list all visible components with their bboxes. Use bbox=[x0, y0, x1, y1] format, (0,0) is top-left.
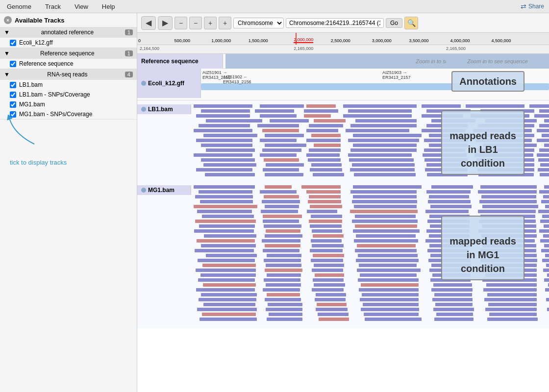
read-bar bbox=[534, 114, 549, 118]
read-bar bbox=[206, 148, 255, 152]
read-bar bbox=[196, 114, 250, 118]
read-bar bbox=[265, 144, 306, 147]
read-bar bbox=[547, 308, 549, 311]
read-bar bbox=[195, 195, 253, 198]
track-checkbox-refseq[interactable] bbox=[10, 61, 16, 67]
track-item-lb1[interactable]: LB1.bam bbox=[0, 80, 137, 90]
mg1-annotation-box: mapped reads in MG1 condition bbox=[441, 216, 524, 280]
read-bar bbox=[308, 158, 341, 162]
read-bar bbox=[486, 283, 537, 287]
read-bar bbox=[539, 190, 549, 194]
menu-help[interactable]: Help bbox=[95, 1, 122, 12]
read-bar bbox=[547, 273, 549, 277]
read-bar bbox=[310, 249, 343, 252]
location-input[interactable] bbox=[286, 18, 384, 28]
read-bar bbox=[483, 288, 537, 292]
read-bar bbox=[260, 139, 297, 142]
track-item-refseq[interactable]: Reference sequence bbox=[0, 59, 137, 69]
read-bar bbox=[304, 114, 331, 118]
read-bar bbox=[200, 273, 256, 277]
read-bar bbox=[543, 269, 549, 272]
app: Genome Track View Help ⇄ Share × Availab… bbox=[0, 0, 549, 392]
read-bar bbox=[201, 158, 255, 162]
read-bar bbox=[265, 298, 301, 301]
go-button[interactable]: Go bbox=[386, 18, 402, 28]
read-bar bbox=[355, 249, 417, 252]
read-bar bbox=[312, 269, 343, 272]
read-bar bbox=[196, 288, 255, 292]
menu-view[interactable]: View bbox=[68, 1, 95, 12]
read-bar bbox=[264, 224, 301, 228]
read-bar bbox=[433, 283, 472, 287]
back-button[interactable]: ◀ bbox=[141, 16, 156, 30]
close-panel-button[interactable]: × bbox=[4, 16, 12, 24]
panel-header: × Available Tracks bbox=[0, 13, 137, 27]
track-checkbox-lb1[interactable] bbox=[10, 82, 16, 88]
read-bar bbox=[353, 134, 422, 137]
top-ruler: 0 500,000 1,000,000 1,500,000 2,000,000 … bbox=[137, 33, 549, 45]
read-bar bbox=[432, 298, 473, 301]
read-bar bbox=[260, 114, 297, 118]
read-bar bbox=[546, 298, 549, 301]
menu-genome[interactable]: Genome bbox=[0, 1, 38, 12]
read-bar bbox=[425, 210, 469, 213]
search-button[interactable]: 🔍 bbox=[404, 17, 418, 29]
read-bar bbox=[430, 205, 472, 208]
read-bar bbox=[265, 173, 303, 176]
read-bar bbox=[197, 210, 252, 213]
read-bar bbox=[358, 278, 419, 282]
share-button[interactable]: ⇄ Share bbox=[516, 1, 549, 11]
menu-track[interactable]: Track bbox=[38, 1, 68, 12]
zoom-in2-button[interactable]: + bbox=[219, 17, 231, 29]
zoom-out2-button[interactable]: − bbox=[189, 17, 202, 29]
read-bar bbox=[262, 239, 300, 243]
read-bar bbox=[436, 313, 473, 316]
read-bar bbox=[306, 104, 336, 108]
read-bar bbox=[312, 229, 342, 233]
track-item-label-4: LB1.bam - SNPs/Coverage bbox=[19, 91, 90, 98]
read-bar bbox=[353, 195, 417, 198]
read-bar bbox=[428, 200, 471, 203]
read-bar bbox=[266, 229, 300, 233]
read-bar bbox=[312, 244, 344, 247]
gff-track: Ecoli_k12.gff AIZ51902 ← ER3413_2156 AIZ… bbox=[137, 69, 549, 100]
track-item-ecoli-gff[interactable]: Ecoli_k12.gff bbox=[0, 38, 137, 48]
track-group-rnaseq-header[interactable]: ▼ RNA-seq reads 4 bbox=[0, 69, 137, 80]
left-panel: × Available Tracks ▼ annotated reference… bbox=[0, 13, 137, 392]
read-bar bbox=[202, 264, 256, 267]
read-bar bbox=[544, 244, 549, 247]
chromosome-select[interactable]: Chromosome bbox=[233, 18, 284, 28]
track-checkbox-lb1-snps[interactable] bbox=[10, 92, 16, 98]
read-bar bbox=[426, 190, 471, 194]
menubar: Genome Track View Help ⇄ Share bbox=[0, 0, 549, 13]
read-bar bbox=[354, 239, 418, 243]
read-bar bbox=[263, 220, 299, 223]
forward-button[interactable]: ▶ bbox=[158, 16, 173, 30]
read-bar bbox=[198, 278, 255, 282]
right-panel: ◀ ▶ − − + + Chromosome bbox=[137, 13, 549, 392]
read-bar bbox=[485, 308, 537, 311]
track-group-count-2: 1 bbox=[125, 50, 133, 56]
read-bar bbox=[479, 200, 537, 203]
read-bar bbox=[264, 278, 300, 282]
annotation-arrow bbox=[5, 115, 44, 149]
track-group-annotated-header[interactable]: ▼ annotated reference 1 bbox=[0, 27, 137, 38]
read-bar bbox=[352, 220, 418, 223]
zoom-in-button[interactable]: + bbox=[204, 17, 217, 29]
read-bar bbox=[265, 269, 302, 272]
read-bar bbox=[361, 283, 419, 287]
read-bar bbox=[539, 124, 549, 127]
track-item-lb1-snps[interactable]: LB1.bam - SNPs/Coverage bbox=[0, 90, 137, 99]
read-bar bbox=[265, 185, 292, 189]
read-bar bbox=[199, 124, 250, 127]
read-bar bbox=[355, 224, 417, 228]
read-bar bbox=[316, 308, 348, 311]
read-bar bbox=[544, 224, 549, 228]
zoom-out-button[interactable]: − bbox=[175, 17, 187, 29]
track-item-mg1[interactable]: MG1.bam bbox=[0, 99, 137, 109]
track-group-refseq-header[interactable]: ▼ Reference sequence 1 bbox=[0, 48, 137, 59]
track-checkbox-ecoli-gff[interactable] bbox=[10, 40, 16, 46]
read-bar bbox=[478, 190, 537, 194]
track-checkbox-mg1[interactable] bbox=[10, 101, 16, 108]
read-bar bbox=[545, 288, 549, 292]
